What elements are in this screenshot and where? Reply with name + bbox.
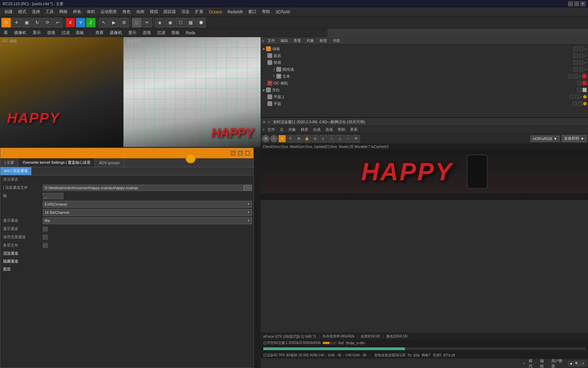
toolbar-btn-4[interactable]: ↻ <box>32 18 42 27</box>
octane-btn-eye[interactable]: 👁 <box>352 135 360 142</box>
toolbar-btn-z[interactable]: Z <box>86 18 96 27</box>
octane-menu-object[interactable]: 对象 <box>286 126 298 133</box>
toolbar2-camera2[interactable]: 摄像机 <box>107 29 124 36</box>
menu-tools[interactable]: 工具 <box>43 8 56 15</box>
viewport-left[interactable]: OC 相机 HAPPY <box>0 37 123 147</box>
toolbar-btn-play[interactable]: ▶ <box>109 18 119 27</box>
tree-item-animation[interactable]: ▶ 动画 ✓ <box>261 45 588 52</box>
minimize-button[interactable]: ─ <box>568 1 573 6</box>
toolbar2-options[interactable]: 选项 <box>45 29 58 36</box>
toolbar2-options2[interactable]: 选项 <box>140 29 153 36</box>
octane-close-icon[interactable]: ✕ <box>263 120 265 124</box>
tree-item-simple[interactable]: 简易 ✓ <box>261 59 588 66</box>
tree-vis-icon-3[interactable] <box>574 54 578 58</box>
scene-menu-object[interactable]: 对象 <box>304 37 316 44</box>
dialog-close-btn[interactable]: ✕ <box>244 150 251 156</box>
dialog-tab-main[interactable]: | 主要 <box>0 158 19 167</box>
toolbar-btn-s4[interactable]: ▦ <box>186 18 195 27</box>
toolbar-btn-cube[interactable]: □ <box>132 18 142 27</box>
bitdepth-select[interactable]: 16 Bit/Channel <box>43 209 252 216</box>
tree-item-plane1[interactable]: 平面.1 ✓ <box>261 93 588 100</box>
menu-animation[interactable]: 动画 <box>134 8 147 15</box>
toolbar2-camera[interactable]: 摄像机 <box>12 29 29 36</box>
menu-mode[interactable]: 模式 <box>16 8 29 15</box>
tree-item-text[interactable]: T T 文本 ✓ <box>261 73 588 80</box>
toolbar2-filter[interactable]: 过滤 <box>59 29 72 36</box>
toolbar-btn-3[interactable]: ▣ <box>22 18 32 27</box>
show-channel-checkbox[interactable] <box>43 227 48 231</box>
menu-octane[interactable]: Octane <box>206 9 225 15</box>
tree-vis-icon-17[interactable] <box>573 102 577 106</box>
menu-redshift[interactable]: Redshift <box>225 9 245 15</box>
tree-vis-icon-18[interactable] <box>578 102 583 106</box>
octane-btn-lock[interactable]: 🔒 <box>303 135 311 142</box>
multilayer-checkbox[interactable] <box>43 243 48 248</box>
octane-menu-material[interactable]: 材质 <box>299 126 310 133</box>
tree-vis-icon-7[interactable] <box>574 67 578 71</box>
tree-vis-icon-8[interactable] <box>579 67 583 71</box>
tree-vis-icon-2[interactable] <box>579 47 583 51</box>
octane-btn-diamond[interactable]: ◇ <box>320 135 327 142</box>
menu-simulate[interactable]: 模拟 <box>147 8 160 15</box>
menu-spline[interactable]: 样条 <box>71 8 84 15</box>
userdata-edit[interactable]: 编辑 <box>538 358 548 368</box>
octane-btn-r[interactable]: R <box>287 135 294 142</box>
scene-menu-view[interactable]: 查看 <box>291 37 303 44</box>
octane-btn-circle2[interactable]: ◎ <box>311 135 319 142</box>
menu-help[interactable]: 帮助 <box>260 8 273 15</box>
menu-window[interactable]: 窗口 <box>246 8 259 15</box>
toolbar2-reds[interactable]: Reds <box>183 30 198 36</box>
octane-menu-options[interactable]: 选项 <box>323 126 335 133</box>
octane-btn-settings[interactable]: ⚙ <box>262 135 269 142</box>
octane-menu-file[interactable]: 文件 <box>265 126 277 133</box>
menu-volume[interactable]: 体积 <box>84 8 97 15</box>
tree-vis-icon-16[interactable] <box>575 95 579 99</box>
octane-menu-cloud[interactable]: 云 <box>278 126 286 133</box>
menu-mograph[interactable]: 运动图形 <box>98 8 119 15</box>
toolbar2-panel2[interactable]: 面板 <box>169 29 182 36</box>
tree-vis-icon-6[interactable] <box>579 60 583 65</box>
toolbar2-look[interactable]: 看 <box>1 29 10 36</box>
tree-vis-icon-14[interactable] <box>583 88 587 92</box>
toolbar-btn-s2[interactable]: ◉ <box>165 18 175 27</box>
browse-button[interactable]: ··· <box>244 185 252 191</box>
tree-item-linear[interactable]: ├ 线性域 ✓ <box>261 66 588 73</box>
close-button[interactable]: ✕ <box>580 1 585 6</box>
sub-tab-render[interactable]: ses | 渲染通道 <box>0 167 32 175</box>
toolbar-btn-s5[interactable]: ⬢ <box>196 18 206 27</box>
octane-btn-gear2[interactable]: ⚙ <box>295 135 302 142</box>
tree-vis-icon-12[interactable] <box>583 81 587 85</box>
octane-btn-square[interactable]: □ <box>328 135 335 142</box>
save-perfect-checkbox[interactable] <box>43 235 48 240</box>
tree-item-plane[interactable]: 平面 <box>261 100 588 107</box>
format-select[interactable]: EXR(Octane) <box>43 201 252 208</box>
filepath-input[interactable] <box>43 185 244 191</box>
userdata-list-btn[interactable]: ≡ <box>580 361 586 366</box>
toolbar2-display[interactable]: 显示 <box>30 29 43 36</box>
tree-vis-icon-13[interactable] <box>577 88 581 92</box>
tree-vis-icon-5[interactable] <box>574 60 578 65</box>
tree-vis-icon-15[interactable] <box>569 95 574 99</box>
toolbar-btn-pen[interactable]: ✏ <box>142 18 152 27</box>
toolbar-btn-y[interactable]: Y <box>76 18 85 27</box>
lighting-selector[interactable]: 直接照明 ▼ <box>562 135 587 142</box>
octane-btn-circle[interactable]: ○ <box>270 135 278 142</box>
menu-render[interactable]: 渲染 <box>179 8 192 15</box>
scene-menu-edit[interactable]: 编辑 <box>278 37 290 44</box>
menu-character[interactable]: 角色 <box>120 8 133 15</box>
userdata-back-btn[interactable]: ◀ <box>568 361 574 366</box>
octane-menu-help[interactable]: 帮助 <box>336 126 347 133</box>
octane-btn-arrows[interactable]: ↔ <box>344 135 352 142</box>
menu-create[interactable]: 创建 <box>2 8 15 15</box>
menu-mesh[interactable]: 网格 <box>57 8 70 15</box>
tree-vis-icon-10[interactable] <box>574 74 578 78</box>
maximize-button[interactable]: □ <box>574 1 579 6</box>
octane-menu-interface[interactable]: 界面 <box>348 126 360 133</box>
scene-menu-tag[interactable]: 标签 <box>317 37 329 44</box>
toolbar-btn-5[interactable]: ⟳ <box>43 18 52 27</box>
toolbar-btn-2[interactable]: ✛ <box>12 18 21 27</box>
toolbar2-view2[interactable]: 查看 <box>93 29 106 36</box>
menu-3dtoall[interactable]: 3DToAll <box>273 9 292 15</box>
toolbar-btn-s1[interactable]: ◈ <box>155 18 165 27</box>
toolbar-btn-move[interactable]: ↖ <box>99 18 108 27</box>
